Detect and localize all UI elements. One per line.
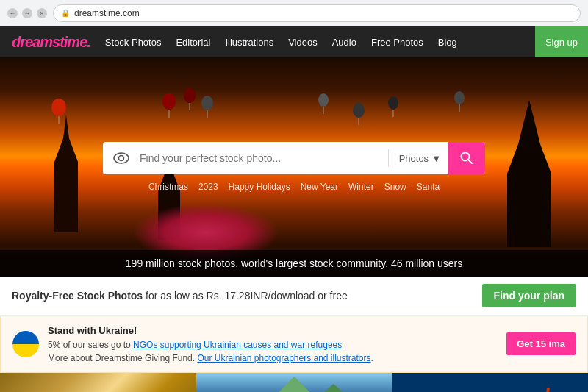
back-button[interactable]: ← (7, 8, 18, 18)
thumbnails-row (0, 373, 588, 393)
tag-2023[interactable]: 2023 (198, 182, 218, 192)
get-images-button[interactable]: Get 15 ima (506, 332, 576, 355)
search-divider (388, 149, 389, 167)
search-bar: Photos ▼ (103, 142, 485, 174)
thumbnail-underwater-bg (392, 373, 588, 393)
svg-point-14 (454, 91, 465, 104)
nav-blog[interactable]: Blog (438, 37, 457, 48)
nav-free-photos[interactable]: Free Photos (371, 37, 423, 48)
nav-videos[interactable]: Videos (288, 37, 318, 48)
svg-marker-21 (304, 384, 362, 393)
forward-button[interactable]: → (22, 8, 32, 18)
logo-text: dreamstime. (12, 34, 90, 50)
svg-point-6 (201, 96, 213, 110)
promo-text: Royalty-Free Stock Photos for as low as … (12, 290, 482, 302)
nav-stock-photos[interactable]: Stock Photos (105, 37, 162, 48)
thumbnail-underwater[interactable] (392, 373, 588, 393)
ukraine-flag-heart (12, 331, 39, 357)
url-text: dreamstime.com (74, 8, 140, 18)
thumbnail-cat[interactable] (0, 373, 196, 393)
nav-illustrations[interactable]: Illustrations (225, 37, 273, 48)
svg-marker-20 (265, 377, 323, 393)
browser-chrome: ← → × 🔒 dreamstime.com (0, 0, 588, 26)
find-plan-button[interactable]: Find your plan (482, 284, 576, 307)
promo-bar: Royalty-Free Stock Photos for as low as … (0, 277, 588, 316)
svg-point-17 (119, 156, 124, 161)
chevron-down-icon: ▼ (431, 153, 441, 164)
stats-text: 199 million stock photos, world's larges… (126, 257, 462, 269)
ukraine-link2[interactable]: Our Ukrainian photographers and illustra… (197, 353, 370, 363)
svg-point-4 (184, 88, 196, 103)
tag-santa[interactable]: Santa (417, 182, 440, 192)
search-submit-button[interactable] (448, 142, 485, 174)
ukraine-banner: Stand with Ukraine! 5% of our sales go t… (0, 316, 588, 373)
mountain-svg (196, 373, 392, 393)
svg-line-19 (468, 160, 472, 163)
flag-inner (12, 331, 39, 357)
ukraine-link1[interactable]: NGOs supporting Ukrainian causes and war… (133, 340, 342, 350)
thumbnail-cat-bg (0, 373, 196, 393)
logo[interactable]: dreamstime. (12, 34, 90, 51)
tag-winter[interactable]: Winter (348, 182, 374, 192)
navbar: dreamstime. Stock Photos Editorial Illus… (0, 26, 588, 57)
browser-controls: ← → × (7, 8, 47, 18)
ukraine-title: Stand with Ukraine! (48, 325, 137, 336)
ukraine-line2: More about Dreamstime Giving Fund. (48, 353, 197, 363)
ukraine-link2-suffix: . (371, 353, 373, 363)
thumbnail-mountain[interactable] (196, 373, 392, 393)
nav-links: Stock Photos Editorial Illustrations Vid… (105, 35, 576, 49)
ukraine-text: Stand with Ukraine! 5% of our sales go t… (48, 324, 498, 365)
nav-editorial[interactable]: Editorial (176, 37, 210, 48)
tag-new-year[interactable]: New Year (301, 182, 338, 192)
svg-rect-25 (392, 373, 588, 393)
search-icon (460, 152, 473, 165)
promo-text-normal: for as low as Rs. 17.28INR/download or f… (143, 290, 348, 302)
flag-blue (12, 331, 39, 344)
search-tags: Christmas 2023 Happy Holidays New Year W… (103, 182, 485, 192)
eye-icon (103, 152, 140, 164)
tag-christmas[interactable]: Christmas (148, 182, 188, 192)
nav-audio[interactable]: Audio (332, 37, 356, 48)
hero-section: Photos ▼ Christmas 2023 Happy Holidays N… (0, 57, 588, 277)
promo-text-bold: Royalty-Free Stock Photos (12, 290, 143, 302)
svg-point-8 (318, 93, 329, 107)
flag-yellow (12, 344, 39, 357)
signup-button[interactable]: Sign up (535, 26, 588, 57)
underwater-svg (392, 373, 588, 393)
tag-happy-holidays[interactable]: Happy Holidays (229, 182, 290, 192)
stats-bar: 199 million stock photos, world's larges… (0, 250, 588, 277)
svg-point-16 (114, 153, 129, 163)
address-bar[interactable]: 🔒 dreamstime.com (53, 4, 581, 22)
tag-snow[interactable]: Snow (384, 182, 406, 192)
svg-point-10 (353, 103, 365, 118)
search-category-dropdown[interactable]: Photos ▼ (392, 153, 448, 164)
lock-icon: 🔒 (61, 9, 70, 17)
search-container: Photos ▼ Christmas 2023 Happy Holidays N… (103, 142, 485, 192)
ukraine-line1: 5% of our sales go to (48, 340, 133, 350)
svg-point-2 (162, 93, 176, 110)
search-input[interactable] (140, 152, 385, 164)
search-category-label: Photos (399, 153, 429, 164)
thumbnail-mountain-bg (196, 373, 392, 393)
svg-point-12 (388, 96, 398, 110)
svg-point-0 (51, 99, 66, 116)
close-button[interactable]: × (37, 8, 47, 18)
